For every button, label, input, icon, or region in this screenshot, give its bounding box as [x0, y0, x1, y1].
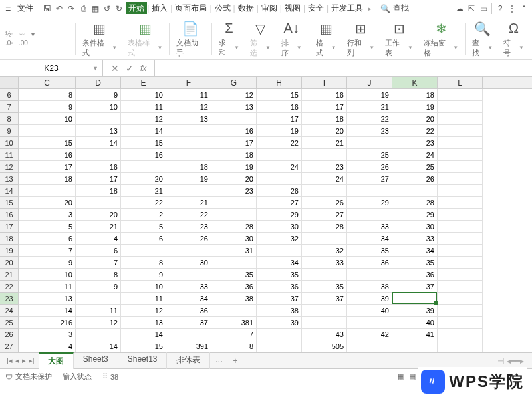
cell[interactable]: 23: [166, 221, 211, 233]
cell[interactable]: [76, 329, 121, 340]
row-header-27[interactable]: 27: [0, 340, 19, 352]
cell[interactable]: 26: [166, 233, 211, 245]
confirm-icon[interactable]: ✓: [126, 63, 134, 74]
cell[interactable]: [257, 149, 302, 161]
row-header-16[interactable]: 16: [0, 209, 19, 221]
cell[interactable]: 10: [19, 113, 76, 125]
cell[interactable]: 9: [76, 89, 121, 101]
cell[interactable]: [392, 293, 438, 305]
cell[interactable]: [76, 113, 121, 125]
cell[interactable]: 11: [121, 293, 166, 305]
cell[interactable]: 35: [347, 245, 392, 257]
cell[interactable]: 17: [257, 113, 302, 125]
cell[interactable]: 43: [302, 329, 347, 340]
row-header-12[interactable]: 12: [0, 161, 19, 173]
cloud-icon[interactable]: ☁: [454, 3, 465, 14]
cell[interactable]: 8: [121, 257, 166, 269]
undo2-icon[interactable]: ↺: [102, 3, 112, 14]
cell[interactable]: 26: [347, 161, 392, 173]
cell[interactable]: 14: [19, 305, 76, 317]
cell[interactable]: [438, 89, 483, 101]
cell[interactable]: 37: [166, 317, 211, 329]
cell[interactable]: 381: [211, 317, 257, 329]
cell[interactable]: 13: [76, 125, 121, 137]
cell[interactable]: 39: [347, 293, 392, 305]
menu-tab-4[interactable]: 数据: [235, 2, 257, 14]
row-header-21[interactable]: 21: [0, 269, 19, 281]
menu-tab-8[interactable]: 开发工具: [329, 2, 366, 14]
row-header-14[interactable]: 14: [0, 185, 19, 197]
cell[interactable]: [19, 185, 76, 197]
col-header-F[interactable]: F: [166, 77, 211, 88]
cell[interactable]: [211, 257, 257, 269]
cell[interactable]: 40: [347, 305, 392, 317]
cell[interactable]: 16: [121, 149, 166, 161]
name-box-input[interactable]: [11, 64, 91, 73]
col-header-H[interactable]: H: [257, 77, 302, 88]
hamburger-icon[interactable]: ≡: [3, 3, 13, 14]
menu-file[interactable]: 文件: [15, 1, 36, 15]
cell[interactable]: 16: [19, 149, 76, 161]
box-icon[interactable]: ▭: [478, 3, 489, 14]
cell[interactable]: [392, 185, 438, 197]
cell[interactable]: 21: [302, 137, 347, 149]
cell[interactable]: 20: [19, 197, 76, 209]
cell[interactable]: [438, 209, 483, 221]
menu-tab-5[interactable]: 审阅: [259, 2, 280, 14]
formula-input[interactable]: [154, 60, 532, 76]
cell[interactable]: [438, 197, 483, 209]
cell[interactable]: 24: [257, 161, 302, 173]
row-header-22[interactable]: 22: [0, 281, 19, 293]
cell[interactable]: 15: [121, 137, 166, 149]
cell[interactable]: 30: [166, 257, 211, 269]
cell[interactable]: 10: [121, 89, 166, 101]
sum-button[interactable]: Σ 求和▼: [213, 17, 245, 59]
cell[interactable]: [302, 149, 347, 161]
cell[interactable]: 35: [392, 257, 438, 269]
row-header-8[interactable]: 8: [0, 113, 19, 125]
cell[interactable]: [438, 125, 483, 137]
cell[interactable]: 18: [211, 149, 257, 161]
row-header-19[interactable]: 19: [0, 245, 19, 257]
cell[interactable]: [166, 149, 211, 161]
cell[interactable]: 18: [76, 185, 121, 197]
cell[interactable]: [438, 257, 483, 269]
cell[interactable]: 12: [76, 317, 121, 329]
hscroll-track[interactable]: ◂━━▸: [507, 356, 524, 366]
cell[interactable]: 24: [392, 149, 438, 161]
redo2-icon[interactable]: ↻: [114, 3, 124, 14]
cell[interactable]: 26: [392, 173, 438, 185]
cell[interactable]: [211, 113, 257, 125]
cell[interactable]: 7: [76, 257, 121, 269]
cell[interactable]: 22: [392, 125, 438, 137]
save-icon[interactable]: 🖫: [42, 3, 53, 14]
cell[interactable]: 8: [19, 89, 76, 101]
cell[interactable]: [76, 149, 121, 161]
cell[interactable]: 5: [121, 221, 166, 233]
cell[interactable]: 20: [392, 113, 438, 125]
cell[interactable]: [121, 161, 166, 173]
cell[interactable]: [438, 329, 483, 340]
cell[interactable]: 33: [166, 281, 211, 293]
cell[interactable]: [302, 305, 347, 317]
cell[interactable]: [347, 269, 392, 281]
cell[interactable]: 22: [347, 113, 392, 125]
cell[interactable]: 505: [302, 340, 347, 352]
cell[interactable]: 35: [211, 269, 257, 281]
cell[interactable]: [438, 293, 483, 305]
cell[interactable]: 14: [76, 137, 121, 149]
cell[interactable]: 19: [347, 89, 392, 101]
cell[interactable]: 19: [211, 161, 257, 173]
cell[interactable]: 28: [392, 197, 438, 209]
col-header-G[interactable]: G: [211, 77, 257, 88]
cell[interactable]: 15: [257, 89, 302, 101]
sheet-tab-0[interactable]: 大图: [39, 352, 74, 369]
cell[interactable]: [438, 137, 483, 149]
sheet-tab-1[interactable]: Sheet3: [74, 352, 118, 369]
cell[interactable]: 29: [257, 209, 302, 221]
help-icon[interactable]: ?: [495, 3, 505, 14]
row-header-18[interactable]: 18: [0, 233, 19, 245]
cell[interactable]: 12: [121, 305, 166, 317]
cell[interactable]: 42: [347, 329, 392, 340]
cell[interactable]: 22: [121, 197, 166, 209]
